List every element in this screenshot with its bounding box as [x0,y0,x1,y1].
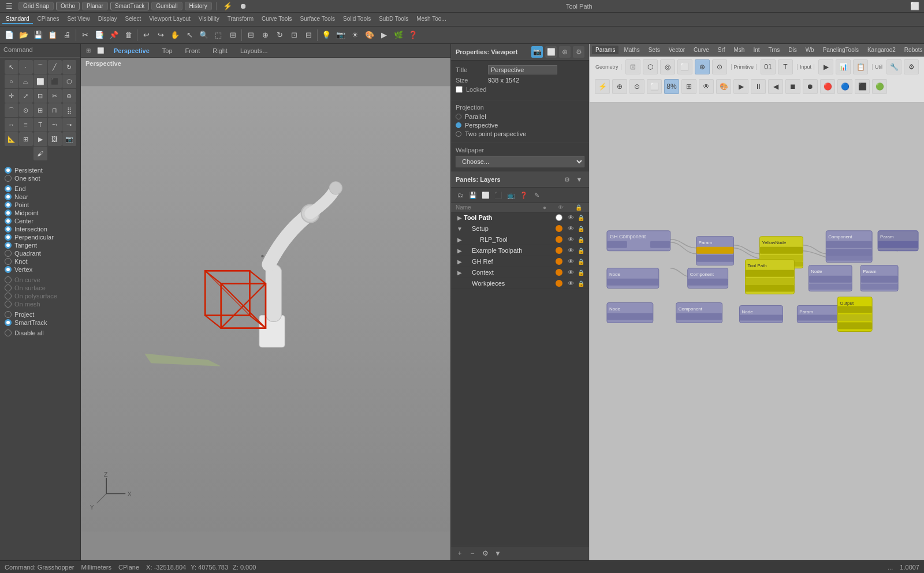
snap-persistent[interactable]: Persistent [5,166,76,174]
light-props-icon[interactable]: ⊕ [559,46,571,58]
layer-rlptool[interactable]: ▶ RLP_Tool 👁 🔒 [451,234,589,245]
help-icon[interactable]: ❓ [406,28,420,42]
new-icon[interactable]: 📄 [2,28,16,42]
snap-tangent-check[interactable] [5,242,12,249]
tab-surface-tools[interactable]: Surface Tools [297,14,338,24]
layers-edit-icon[interactable]: ✎ [531,189,542,201]
gh-btn-16[interactable]: ⬛ [855,79,870,94]
tab-select[interactable]: Select [122,14,145,24]
layer-setup-expand[interactable]: ▼ [456,224,464,233]
analyze-tool[interactable]: 📐 [5,132,18,146]
snap-icon[interactable]: ⊕ [258,28,272,42]
gh-tab-params[interactable]: Params [592,46,619,54]
scale-icon[interactable]: ⊡ [287,28,301,42]
gh-tab-paneling[interactable]: PanelingTools [819,46,862,54]
mesh-tool[interactable]: ⬡ [62,74,76,88]
ortho-button[interactable]: Ortho [56,2,80,10]
layer-ghref-expand[interactable]: ▶ [456,257,464,265]
offset-tool[interactable]: ⊙ [19,103,33,117]
layers-object-icon[interactable]: ⬜ [480,189,491,201]
arc-tool[interactable]: ⌓ [19,74,33,88]
vp-single-icon[interactable]: ⬜ [95,46,106,56]
layer-workpieces[interactable]: Workpieces 👁 🔒 [451,278,589,289]
light-icon[interactable]: 💡 [319,28,333,42]
gh-btn-15[interactable]: 🔵 [837,79,852,94]
proj-twopoint-radio[interactable] [456,131,461,137]
layer-ghref-eye[interactable]: 👁 [568,258,574,265]
gh-icon-4[interactable]: ⬜ [677,59,692,74]
layers-menu-icon[interactable]: ▼ [574,174,584,185]
grid-snap-button[interactable]: Grid Snap [18,2,54,10]
vp-grid-icon[interactable]: ⊞ [83,46,94,56]
split-tool[interactable]: ⊞ [33,103,47,117]
gh-canvas[interactable]: GH Component Param YellowNode [590,103,924,560]
gh-icon-13[interactable]: ⚙ [904,59,919,74]
snap-near-check[interactable] [5,193,12,200]
layer-example-expand[interactable]: ▶ [456,246,464,254]
gh-btn-5[interactable]: 8% [664,79,679,94]
snap-near[interactable]: Near [5,193,76,201]
select-tool-icon[interactable]: ↖ [5,60,18,74]
gh-btn-9[interactable]: ▶ [733,79,748,94]
tab-mesh-tools[interactable]: Mesh Too... [413,14,450,24]
gh-tab-srf[interactable]: Srf [714,46,729,54]
select-tool[interactable]: ↖ [182,28,196,42]
layers-config-icon[interactable]: ⚙ [480,548,490,559]
pan-icon[interactable]: ✋ [168,28,182,42]
layers-3d-icon[interactable]: ⬛ [493,189,504,201]
snap-onmesh[interactable]: On mesh [5,300,76,308]
vp-tab-right[interactable]: Right [208,46,232,55]
snap-intersection[interactable]: Intersection [5,225,76,233]
gh-btn-7[interactable]: 👁 [699,79,714,94]
tab-visibility[interactable]: Visibility [195,14,223,24]
snap-end-check[interactable] [5,185,12,192]
tab-subd-tools[interactable]: SubD Tools [375,14,412,24]
gh-tab-dis[interactable]: Dis [785,46,800,54]
layer-toolpath-lock[interactable]: 🔒 [578,215,584,221]
layers-save-icon[interactable]: 💾 [467,189,479,201]
snap-onpolysurface[interactable]: On polysurface [5,292,76,300]
snap-oneshot[interactable]: One shot [5,174,76,182]
layer-example-lock[interactable]: 🔒 [578,248,584,254]
undo-icon[interactable]: ↩ [139,28,153,42]
command-box[interactable]: Command [0,44,80,58]
join-tool[interactable]: ⊕ [62,89,76,103]
snap-project-check[interactable] [5,311,12,318]
gh-btn-17[interactable]: 🟢 [872,79,887,94]
scale-tool-icon[interactable]: ⤢ [19,89,33,103]
gh-btn-1[interactable]: ⚡ [595,79,610,94]
curve-tool[interactable]: ⌒ [33,60,47,74]
object-props-icon[interactable]: ⬜ [545,46,557,58]
gh-icon-12[interactable]: 🔧 [886,59,901,74]
tab-standard[interactable]: Standard [2,14,33,24]
snap-knot[interactable]: Knot [5,257,76,265]
wallpaper-dropdown[interactable]: Choose... [456,156,584,167]
gh-icon-9[interactable]: ▶ [818,59,833,74]
layer-ghref-lock[interactable]: 🔒 [578,259,584,265]
filter-icon[interactable]: ⚡ [221,0,234,13]
snap-point-check[interactable] [5,201,12,208]
trim-tool[interactable]: ✂ [48,89,62,103]
snap-knot-check[interactable] [5,258,12,265]
gh-icon-11[interactable]: 📋 [853,59,868,74]
gh-btn-13[interactable]: ⏺ [803,79,818,94]
tab-transform[interactable]: Transform [224,14,257,24]
snap-quadrant-check[interactable] [5,250,12,257]
planar-button[interactable]: Planar [82,2,108,10]
camera-tool[interactable]: 📷 [62,132,76,146]
saveas-icon[interactable]: 📋 [46,28,59,42]
gh-tab-int[interactable]: Int [750,46,763,54]
proj-parallel[interactable]: Parallel [456,113,584,120]
tab-setview[interactable]: Set View [64,14,93,24]
open-icon[interactable]: 📂 [17,28,31,42]
snap-midpoint[interactable]: Midpoint [5,209,76,217]
props-title-input[interactable] [488,65,557,74]
layers-minus-icon[interactable]: − [467,548,478,559]
fillet-tool[interactable]: ⌒ [5,103,18,117]
gh-icon-3[interactable]: ◎ [660,59,675,74]
layers-display-icon[interactable]: 📺 [505,189,517,201]
snap-perp-check[interactable] [5,234,12,241]
layer-rlptool-eye[interactable]: 👁 [568,236,574,243]
mirror-icon[interactable]: ⊟ [301,28,315,42]
gh-icon-5[interactable]: ⊕ [695,59,710,74]
